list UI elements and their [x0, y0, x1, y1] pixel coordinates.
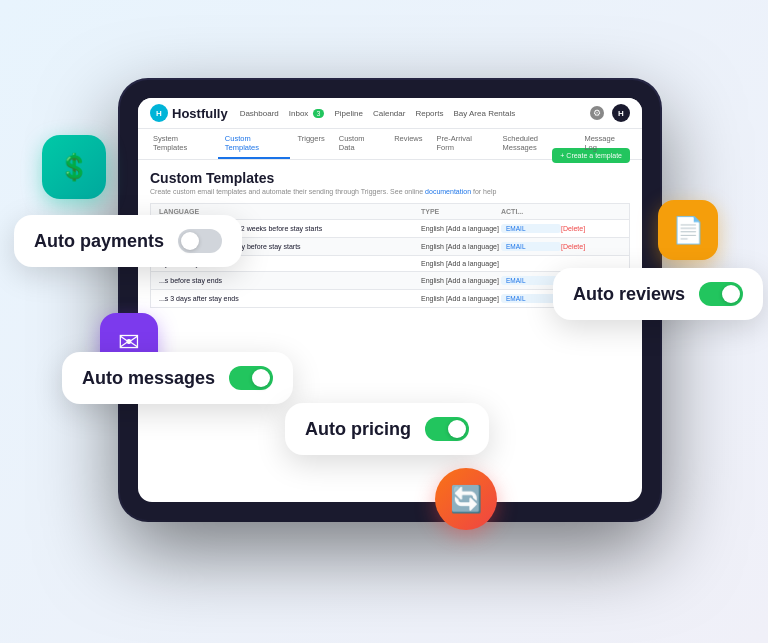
add-language-link[interactable]: [Add a language] [446, 277, 499, 284]
row-delete[interactable]: [Delete] [561, 243, 621, 250]
subnav-system-templates[interactable]: System Templates [146, 129, 218, 159]
auto-payments-label: Auto payments [34, 231, 164, 252]
subnav-message-log[interactable]: Message Log [577, 129, 634, 159]
add-language-link[interactable]: [Add a language] [446, 260, 499, 267]
row-language: English [Add a language] [421, 243, 501, 250]
pricing-icon-badge: 🔄 [435, 468, 497, 530]
auto-messages-card: Auto messages [62, 352, 293, 404]
toggle-knob [252, 369, 270, 387]
row-type: EMAIL [501, 276, 561, 285]
add-language-link[interactable]: [Add a language] [446, 295, 499, 302]
auto-pricing-label: Auto pricing [305, 419, 411, 440]
nav-items: Dashboard Inbox 3 Pipeline Calendar Repo… [240, 109, 578, 118]
subnav-custom-templates[interactable]: Custom Templates [218, 129, 291, 159]
subnav-reviews[interactable]: Reviews [387, 129, 429, 159]
sub-nav: System Templates Custom Templates Trigge… [138, 129, 642, 160]
auto-pricing-card: Auto pricing [285, 403, 489, 455]
row-language: English [Add a language] [421, 277, 501, 284]
page-title: Custom Templates [150, 170, 630, 186]
scene: H Hostfully Dashboard Inbox 3 Pipeline C… [0, 0, 768, 643]
auto-reviews-card: Auto reviews [553, 268, 763, 320]
subnav-triggers[interactable]: Triggers [290, 129, 331, 159]
row-name: ...s before stay ends [159, 277, 421, 284]
add-language-link[interactable]: [Add a language] [446, 225, 499, 232]
nav-calendar[interactable]: Calendar [373, 109, 405, 118]
nav-reports[interactable]: Reports [415, 109, 443, 118]
row-language: English [Add a language] [421, 225, 501, 232]
nav-property[interactable]: Bay Area Rentals [453, 109, 515, 118]
page-description: Create custom email templates and automa… [150, 188, 630, 195]
row-name: ...s 3 days after stay ends [159, 295, 421, 302]
logo-icon: H [150, 104, 168, 122]
auto-reviews-label: Auto reviews [573, 284, 685, 305]
avatar[interactable]: H [612, 104, 630, 122]
logo-text: Hostfully [172, 106, 228, 121]
toggle-knob [448, 420, 466, 438]
toggle-knob [181, 232, 199, 250]
doc-icon-badge: 📄 [658, 200, 718, 260]
row-delete[interactable]: [Delete] [561, 225, 621, 232]
auto-messages-label: Auto messages [82, 368, 215, 389]
subnav-scheduled[interactable]: Scheduled Messages [496, 129, 578, 159]
auto-messages-toggle[interactable] [229, 366, 273, 390]
col-type: Type [421, 208, 501, 215]
nav-inbox[interactable]: Inbox 3 [289, 109, 325, 118]
row-language: English [Add a language] [421, 295, 501, 302]
doc-icon-symbol: 📄 [672, 215, 704, 246]
inbox-badge: 3 [313, 109, 325, 118]
app-bar: H Hostfully Dashboard Inbox 3 Pipeline C… [138, 98, 642, 129]
subnav-custom-data[interactable]: Custom Data [332, 129, 387, 159]
row-type: EMAIL [501, 224, 561, 233]
auto-payments-card: Auto payments [14, 215, 242, 267]
logo: H Hostfully [150, 104, 228, 122]
auto-payments-toggle[interactable] [178, 229, 222, 253]
row-language: English [Add a language] [421, 260, 501, 267]
subnav-pre-arrival[interactable]: Pre-Arrival Form [429, 129, 495, 159]
auto-reviews-toggle[interactable] [699, 282, 743, 306]
payments-icon-symbol: 💲 [58, 152, 90, 183]
add-language-link[interactable]: [Add a language] [446, 243, 499, 250]
pricing-icon-symbol: 🔄 [450, 484, 482, 515]
col-language: Language [159, 208, 421, 215]
settings-icon[interactable]: ⚙ [590, 106, 604, 120]
doc-link[interactable]: documentation [425, 188, 471, 195]
auto-pricing-toggle[interactable] [425, 417, 469, 441]
nav-dashboard[interactable]: Dashboard [240, 109, 279, 118]
col-action: Acti... [501, 208, 561, 215]
payments-icon-badge: 💲 [42, 135, 106, 199]
row-type: EMAIL [501, 242, 561, 251]
nav-right: ⚙ H [590, 104, 630, 122]
toggle-knob [722, 285, 740, 303]
nav-pipeline[interactable]: Pipeline [334, 109, 362, 118]
